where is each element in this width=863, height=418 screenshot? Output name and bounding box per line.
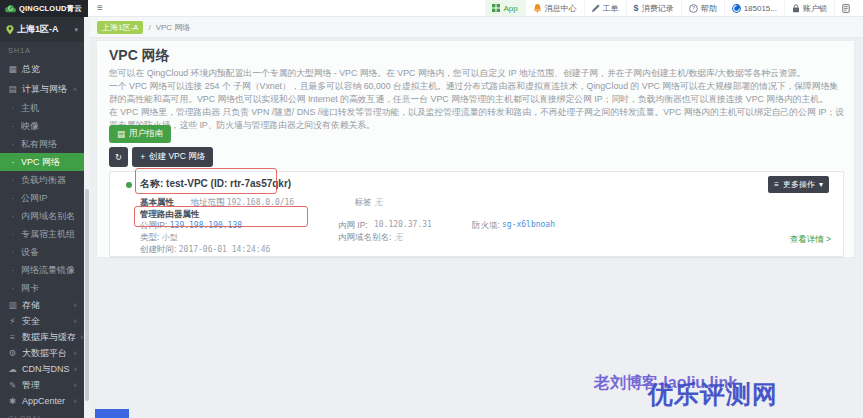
header-nav-messages[interactable]: 消息中心 — [525, 0, 584, 16]
region-selector[interactable]: 上海1区-A ▾ — [0, 17, 84, 42]
sidebar-item-label: 管理 — [22, 379, 40, 392]
sidebar-item-vxnets[interactable]: ·私有网络 — [0, 135, 84, 153]
header-nav-account-lock[interactable]: 账户锁 — [784, 0, 834, 16]
bullet-icon: · — [9, 229, 17, 239]
sidebar-item-storage[interactable]: ▥存储˅ — [0, 297, 84, 313]
sidebar-item-label: 总览 — [22, 63, 40, 76]
sidebar-item-label: 映像 — [21, 120, 39, 133]
sidebar-item-images[interactable]: ·映像 — [0, 117, 84, 135]
chevron-down-icon: ▾ — [74, 26, 78, 34]
sidebar-item-dedicated-host-groups[interactable]: ·专属宿主机组 — [0, 225, 84, 243]
vpc-name[interactable]: 名称: test-VPC (ID: rtr-7as57qkr) — [140, 177, 291, 191]
header-nav: App消息中心工单$消费记录?帮助185015...账户锁 — [485, 0, 857, 16]
security-icon: ⚡ — [7, 316, 18, 326]
created-value: 2017-06-01 14:24:46 — [179, 245, 271, 254]
header-nav-account-phone[interactable]: 185015... — [724, 0, 784, 16]
header-nav-help[interactable]: ?帮助 — [681, 0, 724, 16]
type-value: 小型 — [162, 233, 178, 242]
sidebar-item-security[interactable]: ⚡安全˅ — [0, 313, 84, 329]
sidebar-item-label: VPC 网络 — [21, 156, 60, 169]
header-nav-billing[interactable]: $消费记录 — [626, 0, 681, 16]
sidebar-item-appcenter[interactable]: ✱AppCenter˅ — [0, 393, 84, 409]
firewall-label: 防火墙: — [472, 220, 500, 232]
sidebar-item-label: 网络流量镜像 — [21, 264, 75, 277]
hamburger-icon[interactable]: ≡ — [94, 3, 106, 13]
sidebar-item-label: 主机 — [21, 102, 39, 115]
user-guide-button[interactable]: ▤ 用户指南 — [109, 125, 171, 143]
appcenter-icon: ✱ — [7, 396, 18, 406]
header-nav-profile[interactable] — [834, 0, 857, 16]
sidebar-item-database-cache[interactable]: ≡数据库与缓存˅ — [0, 329, 84, 345]
toolbar: ↻ + 创建 VPC 网络 — [109, 147, 213, 167]
dns-alias-label: 内网域名别名: — [338, 232, 391, 244]
view-detail-link[interactable]: 查看详情 > — [790, 234, 831, 246]
more-actions-label: 更多操作 — [783, 179, 815, 190]
qingcloud-ball-icon — [732, 4, 741, 13]
qingcloud-logo-icon — [5, 4, 16, 13]
refresh-button[interactable]: ↻ — [109, 147, 128, 167]
chevron-down-icon: ˅ — [74, 366, 78, 373]
dashboard-icon: ▦ — [7, 64, 18, 74]
chevron-down-icon: ▾ — [819, 180, 823, 189]
sidebar-item-nics[interactable]: ·网卡 — [0, 279, 84, 297]
header-nav-app[interactable]: App — [485, 0, 524, 16]
bottom-widget[interactable] — [95, 409, 129, 418]
dns-alias-value: 无 — [394, 232, 403, 244]
sidebar-item-load-balancers[interactable]: ·负载均衡器 — [0, 171, 84, 189]
book-icon: ▤ — [117, 129, 125, 139]
sidebar-item-management[interactable]: ✎管理˅ — [0, 377, 84, 393]
logo-bar[interactable]: QINGCLOUD青云 — [0, 0, 88, 17]
router-section-label: 管理路由器属性 — [140, 209, 200, 219]
page-title: VPC 网络 — [109, 47, 170, 65]
svg-text:?: ? — [692, 5, 695, 11]
basic-attrs-row: 基本属性 地址范围 192.168.0.0/16 标签 无 — [140, 197, 382, 209]
chevron-down-icon: ˅ — [73, 398, 77, 405]
sidebar-item-dns-aliases[interactable]: ·内网域名别名 — [0, 207, 84, 225]
sidebar-item-instances[interactable]: ·主机 — [0, 99, 84, 117]
sidebar-item-label: AppCenter — [22, 396, 65, 406]
create-vpc-button[interactable]: + 创建 VPC 网络 — [132, 147, 213, 167]
sidebar-item-bigdata[interactable]: ⚙大数据平台˅ — [0, 345, 84, 361]
region-name: 上海1区-A — [17, 23, 59, 36]
ip-row: 公网IP: 139.198.190.138 内网 IP: 10.120.37.3… — [140, 220, 242, 232]
management-icon: ✎ — [7, 380, 18, 390]
database-icon: ≡ — [7, 332, 18, 342]
type-row: 类型: 小型 内网域名别名: 无 — [140, 232, 178, 244]
sidebar-item-traffic-mirrors[interactable]: ·网络流量镜像 — [0, 261, 84, 279]
breadcrumb-region-badge[interactable]: 上海1区-A — [97, 21, 143, 34]
eip-link[interactable]: 139.198.190.138 — [170, 221, 242, 230]
sidebar-item-eips[interactable]: ·公网IP — [0, 189, 84, 207]
sidebar-item-label: 安全 — [22, 315, 40, 328]
sidebar-scrollbar-thumb[interactable] — [85, 189, 89, 401]
sidebar-item-devices[interactable]: ·设备 — [0, 243, 84, 261]
firewall-link[interactable]: sg-x6lbnoah — [502, 220, 555, 229]
sidebar-item-label: 负载均衡器 — [21, 174, 66, 187]
bullet-icon: · — [9, 139, 17, 149]
basic-section-label: 基本属性 — [140, 197, 174, 207]
sidebar-item-vpc-networks[interactable]: ·VPC 网络 — [0, 153, 84, 171]
pen-icon — [592, 4, 600, 12]
header-nav-tickets[interactable]: 工单 — [584, 0, 626, 16]
sidebar-global-label: GLOBAL — [0, 414, 84, 418]
bullet-icon: · — [9, 193, 17, 203]
bigdata-icon: ⚙ — [7, 348, 18, 358]
sidebar-item-overview[interactable]: ▦总览 — [0, 59, 84, 79]
sidebar-item-cdn-dns[interactable]: ☁CDN与DNS˅ — [0, 361, 84, 377]
status-dot-icon — [126, 182, 132, 188]
sidebar-item-label: 存储 — [22, 299, 40, 312]
storage-icon: ▥ — [7, 300, 18, 310]
chevron-up-icon: ˄ — [73, 86, 77, 93]
vpc-card: 名称: test-VPC (ID: rtr-7as57qkr) ≡ 更多操作 ▾… — [109, 171, 844, 257]
create-vpc-label: 创建 VPC 网络 — [149, 151, 205, 163]
sidebar-item-label: 数据库与缓存 — [22, 331, 76, 344]
more-actions-button[interactable]: ≡ 更多操作 ▾ — [768, 176, 829, 193]
header-nav-label: 工单 — [603, 3, 619, 14]
sidebar-item-compute-network[interactable]: ▤计算与网络˄ — [0, 79, 84, 99]
sidebar-scrollbar-track[interactable] — [84, 17, 90, 418]
breadcrumb: 上海1区-A / VPC 网络 — [90, 17, 863, 38]
header-nav-label: 185015... — [744, 4, 777, 13]
brand-text: QINGCLOUD青云 — [19, 4, 82, 14]
bullet-icon: · — [9, 103, 17, 113]
refresh-icon: ↻ — [115, 152, 122, 162]
page-description: 您可以在 QingCloud 环境内预配置出一个专属的大型网络 - VPC 网络… — [109, 67, 846, 132]
